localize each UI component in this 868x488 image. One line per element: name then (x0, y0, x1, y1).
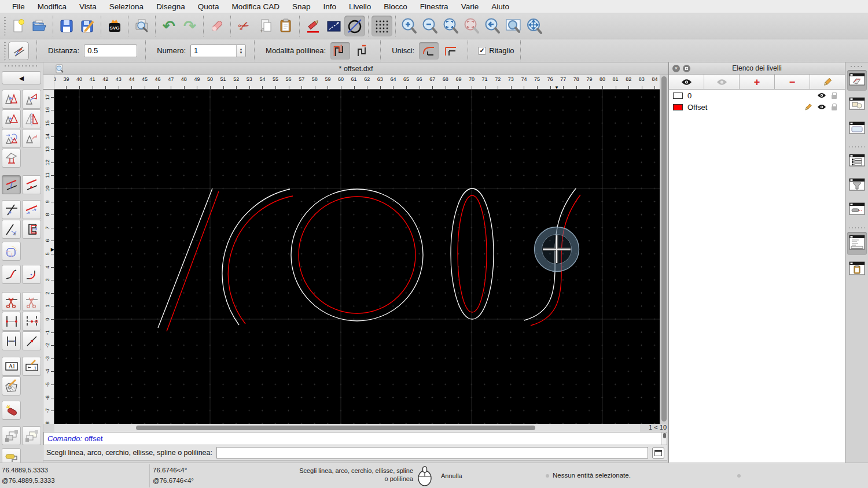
command-window-toggle-button[interactable] (652, 448, 664, 459)
remove-layer-button[interactable]: − (775, 75, 810, 89)
chamfer-button[interactable] (2, 265, 21, 284)
break-out-manual-button[interactable] (22, 312, 41, 331)
block-tool-2-button[interactable] (22, 426, 41, 445)
number-stepper[interactable]: ▲▼ (236, 45, 245, 57)
polyline-mode-separate-button[interactable] (352, 42, 372, 60)
zoom-in-button[interactable] (399, 16, 420, 36)
document-tab[interactable]: * offset.dxf (43, 62, 668, 75)
layer-lock-icon[interactable] (832, 95, 837, 99)
polyline-mode-join-button[interactable] (330, 42, 350, 60)
lengthen-button[interactable]: x (2, 220, 21, 239)
trim-both-button[interactable] (22, 200, 41, 219)
sidebar-handle[interactable] (3, 64, 38, 67)
distance-input[interactable] (84, 45, 137, 57)
undo-button[interactable]: ↶ (159, 16, 179, 36)
layer-color-swatch[interactable] (673, 104, 683, 110)
menu-modifica-cad[interactable]: Modifica CAD (225, 0, 286, 13)
edit-text-button[interactable]: Al (2, 357, 21, 376)
zoom-selection-button[interactable] (461, 16, 482, 36)
menu-aiuto[interactable]: Aiuto (485, 0, 516, 13)
edit-properties-button[interactable] (303, 16, 323, 36)
current-tool-button[interactable] (8, 42, 29, 60)
print-preview-button[interactable] (131, 16, 152, 36)
edit-dimension-button[interactable]: .1 (22, 357, 41, 376)
property-editor-panel-button[interactable] (847, 151, 867, 172)
rotate-button[interactable] (22, 90, 41, 109)
split-at-point-button[interactable] (22, 331, 41, 350)
parallel-through-point-button[interactable] (22, 175, 41, 194)
panel-close-button[interactable]: × (672, 65, 680, 72)
menu-disegna[interactable]: Disegna (150, 0, 192, 13)
copy-button[interactable]: + (255, 16, 275, 36)
drawing-area[interactable] (54, 90, 660, 424)
cut-button[interactable]: ✂ (234, 16, 255, 36)
new-file-button[interactable] (8, 16, 29, 36)
layer-lock-icon[interactable] (832, 106, 837, 110)
menu-varie[interactable]: Varie (455, 0, 486, 13)
layer-row-0[interactable]: 0 (669, 90, 845, 101)
stretch-button[interactable] (2, 331, 21, 350)
explode-button[interactable] (2, 401, 21, 420)
menu-snap[interactable]: Snap (286, 0, 317, 13)
back-button[interactable]: ◀ (2, 71, 41, 84)
pan-button[interactable] (524, 16, 545, 36)
line-tool-button[interactable] (323, 16, 344, 36)
round-corner-button[interactable] (22, 265, 41, 284)
history-scrollbar[interactable] (661, 432, 667, 445)
trim-button[interactable] (2, 200, 21, 219)
grid-toggle-button[interactable] (372, 16, 392, 36)
layer-list-panel-button[interactable] (847, 70, 867, 91)
join-round-button[interactable] (419, 42, 439, 60)
stepper-down-icon[interactable]: ▼ (240, 51, 243, 54)
break-out-segment-button[interactable] (2, 312, 21, 331)
menu-vista[interactable]: Vista (73, 0, 103, 13)
hide-all-layers-button[interactable] (704, 75, 740, 89)
command-input[interactable] (216, 447, 648, 459)
zoom-window-button[interactable] (503, 16, 524, 36)
flip-button[interactable] (22, 129, 41, 148)
measurement-panel-button[interactable] (847, 199, 867, 220)
mirror-button[interactable] (22, 109, 41, 128)
menu-modifica[interactable]: Modifica (31, 0, 73, 13)
toolbar-handle[interactable] (3, 16, 7, 36)
selection-filter-panel-button[interactable] (847, 175, 867, 196)
redo-button[interactable]: ↷ (179, 16, 200, 36)
layer-color-swatch[interactable] (673, 93, 683, 99)
menu-finestra[interactable]: Finestra (414, 0, 455, 13)
delete-button[interactable] (207, 16, 227, 36)
vertical-scrollbar-thumb[interactable] (661, 76, 667, 422)
menu-seleziona[interactable]: Seleziona (103, 0, 150, 13)
move-rotate-button[interactable] (2, 129, 21, 148)
divide-manual-button[interactable] (22, 292, 41, 311)
horizontal-scrollbar-thumb[interactable] (136, 426, 535, 430)
layer-row-Offset[interactable]: Offset (669, 101, 845, 113)
auto-zoom-button[interactable] (440, 16, 461, 36)
scale-button[interactable] (2, 109, 21, 128)
menu-info[interactable]: Info (317, 0, 343, 13)
dock-handle[interactable] (849, 65, 865, 68)
vertical-scrollbar[interactable] (660, 75, 667, 424)
block-list-panel-button[interactable] (847, 94, 867, 115)
clipboard-panel-button[interactable] (847, 258, 867, 280)
history-scrollbar-thumb[interactable] (663, 433, 666, 438)
menu-blocco[interactable]: Blocco (377, 0, 414, 13)
options-handle[interactable] (3, 41, 7, 61)
horizontal-scrollbar[interactable] (54, 424, 640, 432)
save-button[interactable] (56, 16, 77, 36)
previous-view-button[interactable] (482, 16, 503, 36)
menu-quota[interactable]: Quota (192, 0, 226, 13)
clip-polyline-button[interactable] (22, 220, 41, 239)
offset-tool-button[interactable] (2, 175, 21, 194)
layer-visible-eye-icon[interactable] (817, 104, 826, 110)
add-layer-button[interactable]: + (740, 75, 775, 89)
svg-export-button[interactable]: SVG (104, 16, 125, 36)
panel-detach-button[interactable] (683, 65, 690, 72)
paint-roller-button[interactable] (2, 448, 21, 463)
fillet-rectangle-button[interactable] (2, 242, 21, 261)
edit-hatch-button[interactable] (2, 376, 21, 395)
block-tool-1-button[interactable] (2, 426, 21, 445)
paste-button[interactable] (275, 16, 296, 36)
save-as-button[interactable] (77, 16, 98, 36)
trim-checkbox[interactable]: ✓ (478, 47, 486, 55)
edit-layer-button[interactable] (810, 75, 845, 89)
